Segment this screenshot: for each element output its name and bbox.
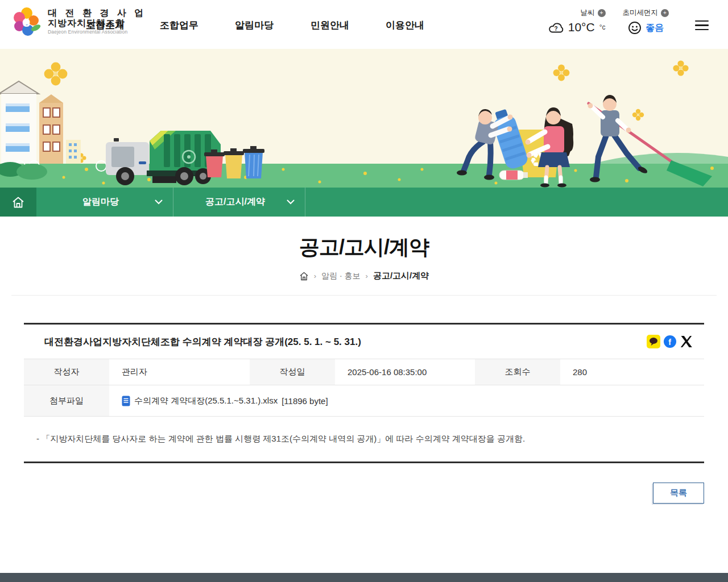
breadcrumb-step1[interactable]: 알림 · 홍보 (321, 271, 360, 281)
temperature-unit: °c (599, 23, 606, 31)
writer-value: 관리자 (109, 359, 250, 385)
trash-bins (204, 146, 264, 178)
facebook-icon: f (663, 335, 677, 348)
home-icon (11, 196, 25, 209)
nav-item-news[interactable]: 알림마당 (223, 19, 286, 32)
list-button[interactable]: 목록 (653, 483, 704, 504)
x-share-button[interactable] (679, 334, 694, 349)
post-title: 대전환경사업지방자치단체조합 수의계약 계약대장 공개(25. 5. 1. ~ … (44, 335, 646, 348)
weather-label: 날씨 (581, 8, 595, 18)
attachment-row: 첨부파일 수의계약 계약대장(25.5.1.~5.31.).xlsx [1189… (24, 385, 704, 417)
home-button[interactable] (0, 188, 36, 217)
hero-banner: ♻ (0, 49, 728, 188)
dust-block: 초미세먼지 + 좋음 (623, 8, 669, 35)
breadcrumb: › 알림 · 홍보 › 공고/고시/계약 (11, 271, 717, 281)
nav-item-about[interactable]: 조합소개 (74, 19, 136, 32)
nav-item-business[interactable]: 조합업무 (148, 19, 210, 32)
date-value: 2025-06-16 08:35:00 (335, 359, 475, 385)
logo-flower-icon: e (13, 7, 42, 36)
writer-label: 작성자 (24, 359, 109, 385)
quick-nav-menu1[interactable]: 알림마당 (36, 188, 173, 217)
quick-nav-menu2[interactable]: 공고/고시/계약 (173, 188, 305, 217)
svg-text:e: e (22, 13, 30, 30)
post-meta-row: 작성자 관리자 작성일 2025-06-16 08:35:00 조회수 280 (24, 359, 704, 385)
temperature-value: 10°C (568, 20, 595, 34)
breadcrumb-step2[interactable]: 공고/고시/계약 (373, 271, 429, 281)
brand-name-line1: 대 전 환 경 사 업 (48, 8, 146, 18)
chevron-down-icon (287, 199, 295, 205)
share-buttons: f (646, 334, 694, 349)
svg-text:f: f (668, 338, 671, 347)
breadcrumb-separator: › (366, 272, 368, 280)
attachment-label: 첨부파일 (24, 385, 109, 416)
post-body: - 「지방자치단체를 당사자로 하는 계약에 관한 법률 시행령 제31조(수의… (24, 417, 704, 463)
page-head: 공고/고시/계약 › 알림 · 홍보 › 공고/고시/계약 (11, 217, 717, 296)
dust-expand-button[interactable]: + (661, 9, 669, 17)
weather-expand-button[interactable]: + (598, 9, 606, 17)
kakaotalk-icon (647, 335, 660, 348)
facebook-share-button[interactable]: f (663, 334, 677, 349)
weather-widget: 날씨 + ? 10°C °c 초미세먼지 + (548, 8, 669, 35)
chevron-down-icon (155, 199, 163, 205)
footer-strip (0, 573, 728, 582)
attachment-download-link[interactable]: 수의계약 계약대장(25.5.1.~5.31.).xlsx [11896 byt… (122, 396, 328, 406)
svg-text:?: ? (554, 25, 557, 31)
page-title: 공고/고시/계약 (11, 234, 717, 261)
hamburger-menu-icon[interactable] (695, 20, 709, 33)
views-label: 조회수 (475, 359, 560, 385)
post-title-row: 대전환경사업지방자치단체조합 수의계약 계약대장 공개(25. 5. 1. ~ … (24, 325, 704, 359)
breadcrumb-separator: › (314, 272, 316, 280)
views-value: 280 (560, 359, 704, 385)
nav-item-civil[interactable]: 민원안내 (299, 19, 361, 32)
file-icon (122, 396, 130, 406)
breadcrumb-home-icon[interactable] (299, 272, 309, 281)
attachment-filename: 수의계약 계약대장(25.5.1.~5.31.).xlsx (134, 396, 278, 406)
weather-block: 날씨 + ? 10°C °c (548, 8, 606, 35)
page: e 대 전 환 경 사 업 지방자치단체조합 Daejeon Environme… (0, 0, 728, 582)
site-header: e 대 전 환 경 사 업 지방자치단체조합 Daejeon Environme… (0, 0, 728, 49)
dust-label: 초미세먼지 (623, 8, 659, 18)
x-icon (680, 335, 693, 348)
kakaotalk-share-button[interactable] (646, 334, 661, 349)
quick-nav-bar: 알림마당 공고/고시/계약 (0, 188, 728, 217)
post-detail: 대전환경사업지방자치단체조합 수의계약 계약대장 공개(25. 5. 1. ~ … (24, 323, 704, 463)
smiley-icon (627, 20, 642, 35)
hero-illustration: ♻ (0, 49, 728, 188)
dust-status: 좋음 (646, 22, 664, 34)
nav-item-guide[interactable]: 이용안내 (374, 19, 436, 32)
button-row: 목록 (24, 483, 704, 504)
date-label: 작성일 (250, 359, 335, 385)
attachment-filesize: [11896 byte] (282, 396, 328, 406)
cloud-question-icon: ? (548, 21, 565, 34)
